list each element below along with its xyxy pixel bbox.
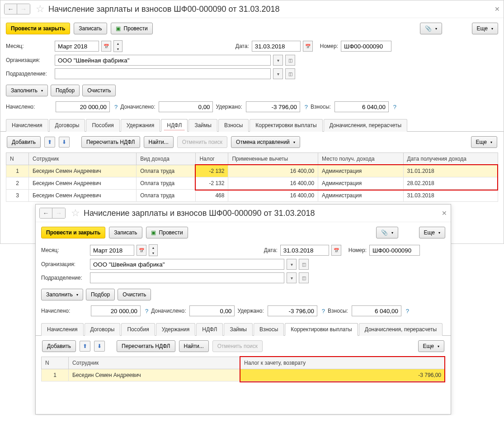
post-close-button[interactable]: Провести и закрыть [6, 23, 70, 34]
calendar-icon[interactable]: 📅 [303, 41, 313, 52]
col-emp[interactable]: Сотрудник [29, 153, 137, 165]
fill-button[interactable]: Заполнить▾ [41, 289, 83, 300]
open-icon[interactable]: ◫ [285, 55, 295, 66]
calendar-icon[interactable]: 📅 [101, 41, 111, 52]
favorite-icon[interactable]: ☆ [71, 207, 80, 219]
step-down-icon[interactable]: ▼ [114, 46, 122, 52]
number-input[interactable] [369, 245, 420, 256]
tab-корректировки-выплаты[interactable]: Корректировки выплаты [285, 323, 358, 336]
help-icon[interactable]: ? [114, 104, 118, 110]
tab-начисления[interactable]: Начисления [6, 119, 48, 132]
find-button[interactable]: Найти... [179, 340, 209, 352]
col-emp[interactable]: Сотрудник [69, 357, 240, 369]
tab-удержания[interactable]: Удержания [156, 323, 196, 336]
more-button-2[interactable]: Еще▾ [471, 136, 497, 148]
tab-взносы[interactable]: Взносы [218, 119, 249, 132]
tab-удержания[interactable]: Удержания [121, 119, 160, 132]
tab-пособия[interactable]: Пособия [121, 323, 155, 336]
close-icon[interactable]: ✕ [442, 210, 447, 217]
date-input[interactable] [280, 245, 329, 256]
write-button[interactable]: Записать [74, 23, 107, 34]
more-button[interactable]: Еще▾ [472, 23, 498, 34]
pick-button[interactable]: Подбор [86, 289, 115, 300]
tab-доначисления-перерасчеты[interactable]: Доначисления, перерасчеты [324, 119, 407, 132]
move-up-button[interactable]: ⬆ [44, 137, 55, 148]
org-input[interactable] [55, 55, 271, 66]
chevron-down-icon[interactable]: ▾ [287, 272, 297, 283]
post-button[interactable]: ▣Провести [111, 23, 153, 34]
favorite-icon[interactable]: ☆ [36, 3, 45, 15]
chevron-down-icon[interactable]: ▾ [273, 68, 283, 79]
open-icon[interactable]: ◫ [285, 68, 295, 79]
chevron-down-icon[interactable]: ▾ [273, 55, 283, 66]
calendar-icon[interactable]: 📅 [137, 245, 146, 256]
tab-займы[interactable]: Займы [224, 323, 253, 336]
col-ded[interactable]: Примененные вычеты [228, 153, 318, 165]
forward-button[interactable]: → [52, 208, 65, 218]
help-icon[interactable]: ? [305, 104, 308, 110]
calendar-icon[interactable]: 📅 [331, 245, 341, 256]
number-input[interactable] [341, 41, 391, 52]
chevron-down-icon[interactable]: ▾ [287, 259, 297, 270]
col-n[interactable]: N [6, 153, 29, 165]
help-icon[interactable]: ? [406, 308, 409, 314]
clear-button[interactable]: Очистить [118, 289, 151, 300]
step-up-icon[interactable]: ▲ [149, 245, 157, 250]
close-icon[interactable]: ✕ [495, 5, 500, 13]
table-row[interactable]: 2Беседин Семен АндреевичОплата труда-2 1… [6, 177, 498, 190]
forward-button[interactable]: → [17, 4, 30, 14]
col-date[interactable]: Дата получения дохода [403, 153, 498, 165]
tab-начисления[interactable]: Начисления [41, 323, 84, 336]
tab-корректировки-выплаты[interactable]: Корректировки выплаты [250, 119, 322, 132]
step-up-icon[interactable]: ▲ [114, 41, 122, 46]
tab-договоры[interactable]: Договоры [49, 119, 85, 132]
write-button[interactable]: Записать [109, 227, 142, 238]
month-stepper[interactable]: ▲▼ [113, 40, 122, 52]
col-n[interactable]: N [42, 357, 69, 369]
pick-button[interactable]: Подбор [51, 85, 80, 96]
move-down-button[interactable]: ⬇ [59, 137, 70, 148]
tab-ндфл[interactable]: НДФЛ [196, 323, 223, 336]
help-icon[interactable]: ? [322, 308, 325, 314]
back-button[interactable]: ← [5, 4, 17, 14]
open-icon[interactable]: ◫ [299, 259, 309, 270]
more-button-2[interactable]: Еще▾ [418, 340, 444, 352]
date-input[interactable] [252, 41, 301, 52]
month-input[interactable] [55, 41, 99, 52]
month-input[interactable] [90, 245, 134, 256]
help-icon[interactable]: ? [145, 308, 148, 314]
tab-взносы[interactable]: Взносы [254, 323, 284, 336]
open-icon[interactable]: ◫ [299, 272, 309, 283]
tab-пособия[interactable]: Пособия [86, 119, 119, 132]
help-icon[interactable]: ? [393, 104, 396, 110]
recalc-button[interactable]: Пересчитать НДФЛ [117, 340, 175, 352]
tab-договоры[interactable]: Договоры [85, 323, 121, 336]
col-tax[interactable]: Налог к зачету, возврату [240, 357, 445, 369]
tab-ндфл[interactable]: НДФЛ [161, 119, 188, 132]
attachments-button[interactable]: 📎▾ [420, 23, 442, 34]
attachments-button[interactable]: 📎▾ [376, 227, 398, 238]
cancel-fix-button[interactable]: Отмена исправлений▾ [231, 136, 300, 148]
step-down-icon[interactable]: ▼ [149, 250, 157, 256]
add-button[interactable]: Добавить [42, 340, 76, 352]
table-row[interactable]: 1Беседин Семен АндреевичОплата труда-2 1… [6, 165, 498, 177]
post-close-button[interactable]: Провести и закрыть [41, 227, 105, 238]
recalc-button[interactable]: Пересчитать НДФЛ [81, 136, 140, 148]
col-tax[interactable]: Налог [196, 153, 228, 165]
month-stepper[interactable]: ▲▼ [149, 244, 158, 256]
tab-займы[interactable]: Займы [188, 119, 217, 132]
table-row[interactable]: 1Беседин Семен Андреевич-3 796,00 [42, 369, 445, 381]
dept-input[interactable] [90, 272, 284, 283]
tab-доначисления-перерасчеты[interactable]: Доначисления, перерасчеты [359, 323, 443, 336]
fill-button[interactable]: Заполнить▾ [6, 85, 48, 96]
col-place[interactable]: Место получ. дохода [318, 153, 403, 165]
org-input[interactable] [90, 259, 284, 270]
table-row[interactable]: 3Беседин Семен АндреевичОплата труда4681… [6, 190, 498, 202]
move-down-button[interactable]: ⬇ [94, 341, 105, 352]
move-up-button[interactable]: ⬆ [80, 341, 90, 352]
post-button[interactable]: ▣Провести [146, 227, 188, 238]
find-button[interactable]: Найти... [144, 136, 174, 148]
dept-input[interactable] [55, 68, 271, 79]
col-type[interactable]: Вид дохода [137, 153, 196, 165]
more-button[interactable]: Еще▾ [419, 227, 445, 238]
